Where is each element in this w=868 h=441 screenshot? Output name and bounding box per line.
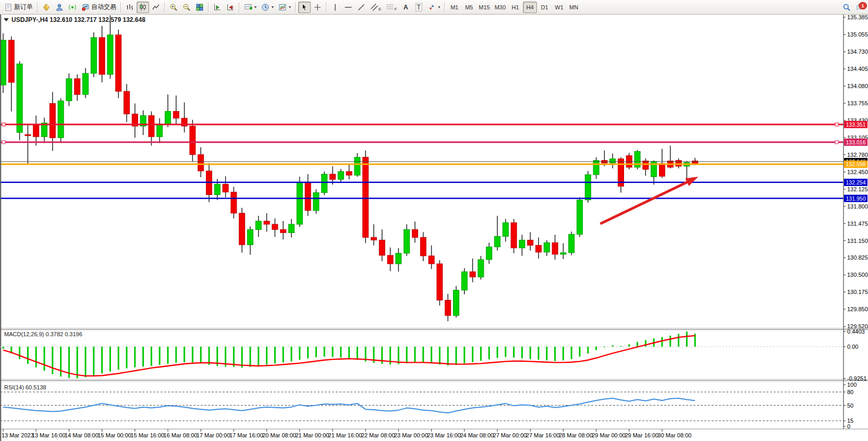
arrows-tool-button[interactable]: ▾ <box>425 2 442 13</box>
timeframe-h1-button[interactable]: H1 <box>508 2 522 13</box>
annotation-arrow-shaft[interactable] <box>601 181 689 224</box>
candle <box>569 234 574 252</box>
candle <box>313 192 319 210</box>
candle <box>289 224 295 232</box>
timeframe-m1-button[interactable]: M1 <box>447 2 461 13</box>
candle <box>503 223 508 236</box>
rsi-scale-label: 0 <box>847 423 850 430</box>
time-tick-label: 27 Mar 00:00 <box>493 432 527 438</box>
mql5-market-button[interactable] <box>40 2 53 13</box>
price-chart[interactable]: 135.385135.055134.730134.405134.080133.7… <box>0 15 868 441</box>
candle <box>412 229 418 237</box>
candle <box>338 172 344 179</box>
macd-scale-label: 0.00 <box>847 344 858 350</box>
macd-header: MACD(12,26,9) 0.3782 0.3196 <box>4 331 82 337</box>
templates-button[interactable]: ▾ <box>276 2 293 13</box>
price-tick-label: 134.405 <box>847 66 868 72</box>
price-tick-label: 130.825 <box>847 254 868 261</box>
line-chart-button[interactable] <box>150 2 162 13</box>
timeframe-m15-button[interactable]: M15 <box>476 2 492 13</box>
autotrading-icon <box>81 3 90 11</box>
separator <box>208 2 209 13</box>
tile-windows-icon <box>195 3 204 11</box>
candlestick-chart-button[interactable] <box>137 2 149 13</box>
signals-button[interactable] <box>66 2 79 13</box>
search-icon <box>842 3 851 11</box>
candle <box>17 64 22 133</box>
tile-windows-button[interactable] <box>193 2 206 13</box>
timeframe-w1-button[interactable]: W1 <box>552 2 566 13</box>
cursor-icon <box>300 3 309 11</box>
price-tick-label: 132.450 <box>847 169 868 175</box>
bar-chart-button[interactable] <box>124 2 136 13</box>
cursor-button[interactable] <box>298 2 311 13</box>
search-button[interactable] <box>840 2 853 13</box>
horizontal-line-button[interactable] <box>342 2 354 13</box>
fibonacci-button[interactable]: F <box>384 2 399 13</box>
community-button[interactable] <box>53 2 66 13</box>
candle <box>478 260 484 277</box>
price-tick-label: 130.500 <box>847 272 868 278</box>
candle <box>363 157 369 238</box>
separator <box>326 2 327 13</box>
trendline-button[interactable] <box>355 2 368 13</box>
periods-button[interactable]: ▾ <box>259 2 276 13</box>
line-handle[interactable] <box>2 141 5 144</box>
timeframe-m5-button[interactable]: M5 <box>462 2 476 13</box>
candle <box>214 184 220 194</box>
time-tick-label: 16 Mar 08:00 <box>164 432 198 438</box>
time-tick-label: 15 Mar 16:00 <box>130 432 164 438</box>
price-tick-label: 132.780 <box>847 152 868 158</box>
equidistant-channel-button[interactable]: E <box>368 2 383 13</box>
crosshair-icon <box>313 3 322 11</box>
candle <box>379 240 385 255</box>
timeframe-d1-button[interactable]: D1 <box>537 2 552 13</box>
chevron-down-icon: ▾ <box>438 5 440 9</box>
candle <box>354 157 360 175</box>
time-tick-label: 27 Mar 16:00 <box>526 432 560 438</box>
macd-scale-label: 0.4403 <box>847 328 865 335</box>
line-handle[interactable] <box>835 123 838 126</box>
candle <box>519 240 525 248</box>
chart-shift-icon <box>226 3 235 11</box>
candle <box>83 74 89 94</box>
chart-shift-button[interactable] <box>224 2 237 13</box>
time-tick-label: 24 Mar 08:00 <box>460 432 494 438</box>
separator <box>120 2 121 13</box>
candle <box>470 272 475 277</box>
line-handle[interactable] <box>835 141 838 144</box>
separator <box>239 2 240 13</box>
indicators-button[interactable]: ▾ <box>242 2 259 13</box>
candle <box>223 184 228 192</box>
time-tick-label: 22 Mar 08:00 <box>361 432 395 438</box>
price-badge-label: 131.950 <box>846 195 866 202</box>
candle <box>659 164 665 176</box>
rsi-header: RSI(14) 60.5138 <box>4 384 46 390</box>
zoom-out-button[interactable] <box>180 2 193 13</box>
autotrading-label: 自动交易 <box>91 3 116 11</box>
timeframe-mn-button[interactable]: MN <box>567 2 581 13</box>
new-order-button[interactable]: 新订单 <box>2 2 35 13</box>
zoom-in-button[interactable] <box>167 2 180 13</box>
notification-badge: 1 <box>859 2 867 9</box>
time-tick-label: 28 Mar 08:00 <box>559 432 593 438</box>
separator <box>295 2 296 13</box>
timeframe-m30-button[interactable]: M30 <box>493 2 508 13</box>
chevron-down-icon: ▾ <box>289 5 291 9</box>
text-tool-button[interactable]: A <box>399 2 412 13</box>
notifications-button[interactable]: 1 <box>853 2 866 13</box>
candle <box>50 103 55 138</box>
annotation-arrow-head[interactable] <box>685 177 698 186</box>
candle <box>248 229 253 244</box>
timeframe-h4-button[interactable]: H4 <box>523 2 537 13</box>
symbol-dropdown-icon[interactable] <box>4 18 9 21</box>
toolbar: 新订单 自动交易 <box>0 0 868 15</box>
price-tick-label: 131.800 <box>847 203 868 210</box>
auto-scroll-button[interactable] <box>211 2 224 13</box>
vertical-line-button[interactable] <box>329 2 341 13</box>
autotrading-button[interactable]: 自动交易 <box>79 2 118 13</box>
line-handle[interactable] <box>2 123 5 126</box>
label-tool-button[interactable]: T <box>412 2 425 13</box>
separator <box>37 2 38 13</box>
crosshair-button[interactable] <box>311 2 324 13</box>
